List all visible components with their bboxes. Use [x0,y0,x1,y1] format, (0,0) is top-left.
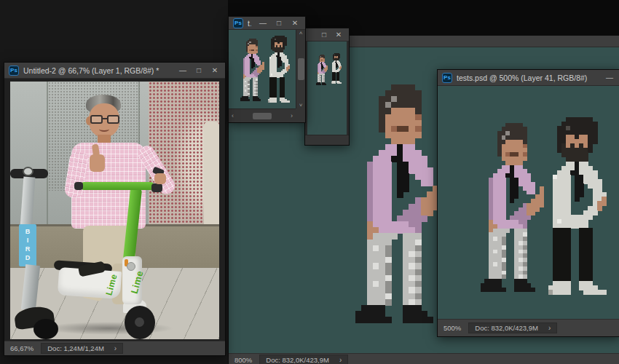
pixel-art-beard-character-tiny [331,53,344,84]
minimize-icon[interactable]: — [257,19,269,27]
lime-handlebar-grip-right [151,183,162,192]
lime-scooter-handlebar [80,182,154,190]
untitled-window-titlebar[interactable]: Ps Untitled-2 @ 66,7% (Layer 1, RGB/8#) … [4,63,225,79]
floating-window-tests-500: Ps tests.psd @ 500% (Layer 41, RGB/8#) —… [437,69,619,337]
mid-window-titlebar[interactable]: □ ✕ [305,28,349,41]
mid-window-canvas[interactable] [307,41,347,135]
background-window-statusbar: 800% Doc: 832,0K/423,9M › [229,353,619,364]
close-icon[interactable]: ✕ [333,31,344,39]
scroll-down-icon[interactable]: ˅ [299,102,303,108]
tests500-window-statusbar: 500% Doc: 832,0K/423,9M › [438,319,619,336]
glasses-bridge [102,118,108,119]
doc-size-text: Doc: 832,0K/423,9M [266,356,329,364]
man-hand-on-handlebar [154,173,166,184]
small-window-canvas[interactable] [229,30,296,108]
man-smile [99,127,109,132]
scrollbar-thumb[interactable] [253,113,272,119]
window-title: Untitled-2 @ 66,7% (Layer 1, RGB/8#) * [23,66,173,75]
doc-size-text: Doc: 1,24M/1,24M [47,344,104,352]
zoom-level-field[interactable]: 500% [443,324,461,332]
bird-scooter-sticker: BIRD [19,224,36,266]
bird-scooter-wheel [33,319,58,339]
chevron-right-icon[interactable]: › [114,344,117,352]
photoshop-workspace: 800% Doc: 832,0K/423,9M › □ ✕ Ps t... — … [0,0,619,364]
vertical-scrollbar[interactable]: ˄ ˅ [296,30,305,108]
photoshop-file-icon: Ps [233,18,243,28]
maximize-icon[interactable]: □ [193,66,205,74]
mid-window-scrollbar[interactable] [305,135,349,145]
floating-window-untitled: Ps Untitled-2 @ 66,7% (Layer 1, RGB/8#) … [4,62,226,356]
floating-window-tests-mid: □ ✕ [304,28,350,146]
zoom-level-field[interactable]: 66,67% [10,344,33,352]
doc-size-field[interactable]: Doc: 832,0K/423,9M › [259,355,348,364]
doc-size-field[interactable]: Doc: 1,24M/1,24M › [41,343,123,354]
close-icon[interactable]: ✕ [209,66,221,74]
window-title: t... [248,19,251,28]
photo-of-man-with-scooters: BIRD [10,82,219,339]
scroll-left-icon[interactable]: ‹ [232,112,234,119]
wall-light-patch [204,122,219,231]
glasses-right-lens [107,115,119,124]
small-window-titlebar[interactable]: Ps t... — □ ✕ [229,17,305,30]
tests500-window-canvas[interactable] [438,86,619,319]
scrollbar-thumb[interactable] [298,58,304,80]
untitled-window-canvas[interactable]: BIRD [4,79,225,341]
scroll-right-icon[interactable]: › [291,112,293,119]
thumbs-up-fist [90,154,105,172]
untitled-window-statusbar: 66,67% Doc: 1,24M/1,24M › [4,341,225,355]
close-icon[interactable]: ✕ [289,19,301,27]
chevron-right-icon[interactable]: › [339,356,342,364]
tests500-window-titlebar[interactable]: Ps tests.psd @ 500% (Layer 41, RGB/8#) — [438,70,619,86]
pixel-art-suit-character-small [240,39,266,101]
minimize-icon[interactable]: — [604,74,615,82]
maximize-icon[interactable]: □ [273,19,285,27]
minimize-icon[interactable]: — [177,66,189,74]
horizontal-scrollbar[interactable]: ‹ › [229,108,296,122]
pixel-art-beard-character-small [268,36,295,103]
scroll-up-icon[interactable]: ˄ [299,30,303,36]
floating-window-tests-small: Ps t... — □ ✕ ˄ ˅ ‹ › [228,16,306,123]
pixel-art-suit-character-medium [481,123,548,292]
lime-handlebar-grip-left [74,182,83,190]
chevron-right-icon[interactable]: › [548,324,551,332]
pixel-art-suit-character-tiny [316,55,328,85]
photoshop-file-icon: Ps [442,73,452,83]
bird-label: BIRD [24,228,31,263]
scrollbar-corner [296,108,305,122]
doc-size-field[interactable]: Doc: 832,0K/423,9M › [468,323,557,333]
bird-scooter-headlight [23,167,33,176]
doc-size-text: Doc: 832,0K/423,9M [475,324,538,332]
photoshop-file-icon: Ps [9,66,19,76]
pixel-art-beard-character-medium [548,117,619,295]
glasses-left-lens [90,115,103,124]
zoom-level-field[interactable]: 800% [234,356,252,364]
maximize-icon[interactable]: □ [318,31,330,39]
lime-wheel-hub [135,317,144,327]
window-title: tests.psd @ 500% (Layer 41, RGB/8#) [457,74,599,82]
